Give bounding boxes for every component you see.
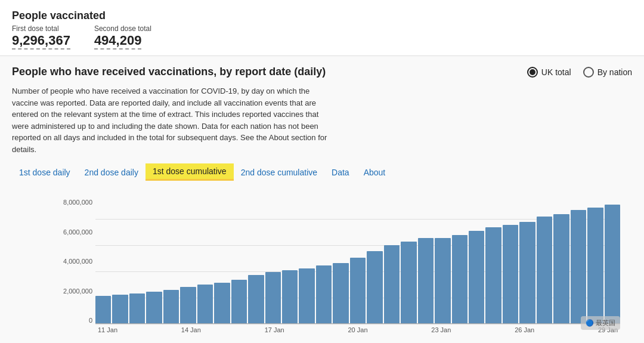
radio-by-nation[interactable]: By nation [583,67,632,78]
bar [129,293,145,324]
y-label: 4,000,000 [60,258,92,265]
first-dose-item: First dose total 9,296,367 [12,24,70,50]
chart-wrapper: 02,000,0004,000,0006,000,0008,000,000 11… [12,193,632,343]
bar [214,283,230,324]
tab-2nd-dose-daily[interactable]: 2nd dose daily [78,163,145,181]
y-label: 0 [60,317,92,324]
second-dose-label: Second dose total [94,24,151,33]
bar [282,270,298,324]
bar [503,225,518,324]
bar [384,245,400,324]
description-text: Number of people who have received a vac… [12,85,328,155]
bar [418,238,434,324]
people-vaccinated-title: People vaccinated [12,10,632,22]
bar [401,242,416,323]
radio-by-nation-circle [583,67,594,78]
bar [197,285,213,323]
bar [180,287,196,324]
bar [605,205,620,323]
x-label: 26 Jan [515,326,534,333]
x-label-group: 11 Jan14 Jan17 Jan20 Jan23 Jan26 Jan29 J… [95,326,620,333]
radio-uk-total-circle [527,67,538,78]
tab-1st-dose-daily[interactable]: 1st dose daily [12,163,78,181]
tab-bar: 1st dose daily2nd dose daily1st dose cum… [12,163,632,181]
x-label: 17 Jan [265,326,284,333]
bar [553,214,569,323]
chart-bars [95,199,620,324]
radio-uk-total[interactable]: UK total [527,67,571,78]
chart-area: 02,000,0004,000,0006,000,0008,000,000 11… [95,199,620,342]
radio-group: UK total By nation [527,67,632,78]
bar [112,295,128,324]
bar [452,235,467,323]
second-dose-value: 494,209 [94,33,142,50]
bar [367,251,382,324]
bar [435,238,450,324]
x-axis: 11 Jan14 Jan17 Jan20 Jan23 Jan26 Jan29 J… [95,326,620,333]
top-section: People vaccinated First dose total 9,296… [0,0,644,56]
bar [537,217,552,323]
bar [316,265,332,323]
bar [146,292,162,323]
bar [333,263,348,324]
bar [587,208,603,324]
watermark: 🔵 最英国 [581,316,620,330]
bar [485,227,501,323]
y-label: 6,000,000 [60,228,92,236]
bar [571,210,586,323]
radio-by-nation-label: By nation [597,67,632,77]
bar [350,258,366,324]
x-label: 11 Jan [98,326,117,333]
tab-2nd-dose-cumulative[interactable]: 2nd dose cumulative [234,163,324,181]
first-dose-value: 9,296,367 [12,33,70,50]
bar [469,231,484,324]
tab-about[interactable]: About [357,163,393,181]
bar [519,222,535,323]
section-title: People who have received vaccinations, b… [12,66,326,78]
y-label: 8,000,000 [60,199,92,206]
main-section: People who have received vaccinations, b… [0,56,644,343]
bar [163,290,179,323]
second-dose-item: Second dose total 494,209 [94,24,151,50]
x-label: 23 Jan [431,326,451,333]
tab-1st-dose-cumulative[interactable]: 1st dose cumulative [145,163,234,181]
bar [299,268,314,324]
y-label: 2,000,000 [60,288,92,295]
bar [231,280,247,323]
bar [95,296,111,323]
radio-uk-total-label: UK total [541,67,571,77]
x-label: 14 Jan [181,326,201,333]
bar [248,275,264,324]
x-label: 20 Jan [348,326,367,333]
tab-data[interactable]: Data [324,163,357,181]
first-dose-label: First dose total [12,24,70,33]
y-axis: 02,000,0004,000,0006,000,0008,000,000 [60,199,92,324]
gridline [95,324,620,325]
bar [265,272,281,323]
